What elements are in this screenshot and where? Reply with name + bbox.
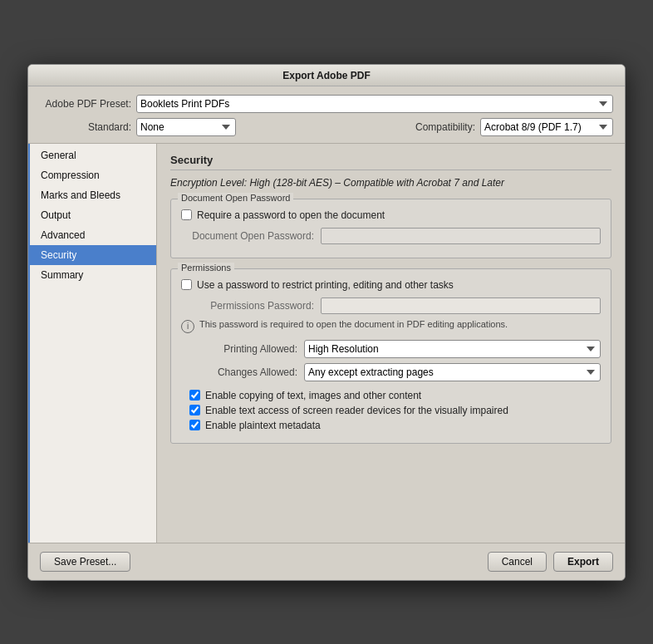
printing-allowed-select[interactable]: None Low Resolution (150 dpi) High Resol… <box>304 340 601 358</box>
enable-plaintext-label: Enable plaintext metadata <box>205 420 321 431</box>
permissions-password-field-label: Permissions Password: <box>181 300 314 312</box>
save-preset-button[interactable]: Save Preset... <box>40 552 130 572</box>
info-row: i This password is required to open the … <box>181 319 601 333</box>
enable-copying-checkbox[interactable] <box>189 390 200 401</box>
use-permissions-password-checkbox[interactable] <box>181 279 192 290</box>
open-password-field-row: Document Open Password: <box>181 228 601 244</box>
require-password-row: Require a password to open the document <box>181 209 601 221</box>
info-text: This password is required to open the do… <box>199 319 508 329</box>
sidebar-item-compression[interactable]: Compression <box>30 165 156 185</box>
use-permissions-password-row: Use a password to restrict printing, edi… <box>181 279 601 291</box>
encryption-note: Encryption Level: High (128-bit AES) – C… <box>170 177 611 189</box>
export-button[interactable]: Export <box>553 552 613 572</box>
compatibility-label: Compatibility: <box>415 121 475 133</box>
permissions-content: Use a password to restrict printing, edi… <box>181 279 601 431</box>
open-password-input[interactable] <box>321 228 601 244</box>
std-compat-row: Standard: None PDF/X-1a PDF/X-3 PDF/A-1b… <box>40 118 613 136</box>
window-title: Export Adobe PDF <box>282 70 371 81</box>
standard-select[interactable]: None PDF/X-1a PDF/X-3 PDF/A-1b <box>136 118 236 136</box>
enable-copying-label: Enable copying of text, images and other… <box>205 390 421 401</box>
changes-allowed-label: Changes Allowed: <box>181 366 297 378</box>
require-open-password-label: Require a password to open the document <box>197 209 385 221</box>
dialog-buttons: Cancel Export <box>488 552 613 572</box>
sidebar-item-summary[interactable]: Summary <box>30 265 156 285</box>
cancel-button[interactable]: Cancel <box>488 552 547 572</box>
changes-allowed-select[interactable]: None Inserting, deleting, and rotating p… <box>304 363 601 381</box>
permissions-checkboxes: Enable copying of text, images and other… <box>181 390 601 431</box>
top-controls: Adobe PDF Preset: Booklets Print PDFs Hi… <box>28 86 625 144</box>
compatibility-section: Compatibility: Acrobat 4 (PDF 1.3) Acrob… <box>415 118 613 136</box>
enable-screen-reader-checkbox[interactable] <box>189 405 200 415</box>
permissions-password-field-row: Permissions Password: <box>181 297 601 314</box>
preset-label: Adobe PDF Preset: <box>40 98 131 110</box>
standard-section: Standard: None PDF/X-1a PDF/X-3 PDF/A-1b <box>40 118 236 136</box>
permissions-group: Permissions Use a password to restrict p… <box>170 268 611 444</box>
sidebar-item-output[interactable]: Output <box>30 205 156 225</box>
document-open-password-group: Document Open Password Require a passwor… <box>170 199 611 258</box>
compatibility-select[interactable]: Acrobat 4 (PDF 1.3) Acrobat 5 (PDF 1.4) … <box>480 118 613 136</box>
open-password-field-label: Document Open Password: <box>181 230 314 242</box>
preset-select[interactable]: Booklets Print PDFs High Quality Print P… <box>136 95 613 113</box>
sidebar-item-general[interactable]: General <box>30 145 156 165</box>
standard-label: Standard: <box>40 121 131 133</box>
title-bar: Export Adobe PDF <box>28 65 625 86</box>
enable-plaintext-checkbox[interactable] <box>189 420 200 430</box>
changes-allowed-row: Changes Allowed: None Inserting, deletin… <box>181 363 601 381</box>
sidebar: General Compression Marks and Bleeds Out… <box>28 144 157 543</box>
info-icon: i <box>181 320 194 333</box>
sidebar-item-marks-bleeds[interactable]: Marks and Bleeds <box>30 185 156 205</box>
bottom-bar: Save Preset... Cancel Export <box>28 543 625 580</box>
enable-copying-row: Enable copying of text, images and other… <box>181 390 601 401</box>
permissions-group-title: Permissions <box>178 263 234 273</box>
printing-allowed-label: Printing Allowed: <box>181 343 297 355</box>
document-open-password-content: Require a password to open the document … <box>181 209 601 244</box>
sidebar-item-security[interactable]: Security <box>30 245 156 265</box>
main-body: General Compression Marks and Bleeds Out… <box>28 144 625 543</box>
document-open-password-group-title: Document Open Password <box>178 193 293 203</box>
enable-screen-reader-label: Enable text access of screen reader devi… <box>205 405 508 416</box>
use-permissions-password-label: Use a password to restrict printing, edi… <box>197 279 454 291</box>
permissions-password-input[interactable] <box>321 297 601 314</box>
sidebar-item-advanced[interactable]: Advanced <box>30 225 156 245</box>
preset-row: Adobe PDF Preset: Booklets Print PDFs Hi… <box>40 95 613 113</box>
export-pdf-dialog: Export Adobe PDF Adobe PDF Preset: Bookl… <box>27 64 626 581</box>
printing-allowed-row: Printing Allowed: None Low Resolution (1… <box>181 340 601 358</box>
enable-screen-reader-row: Enable text access of screen reader devi… <box>181 405 601 416</box>
content-area: Security Encryption Level: High (128-bit… <box>157 144 625 543</box>
require-open-password-checkbox[interactable] <box>181 209 192 220</box>
enable-plaintext-row: Enable plaintext metadata <box>181 420 601 431</box>
section-title: Security <box>170 154 611 170</box>
